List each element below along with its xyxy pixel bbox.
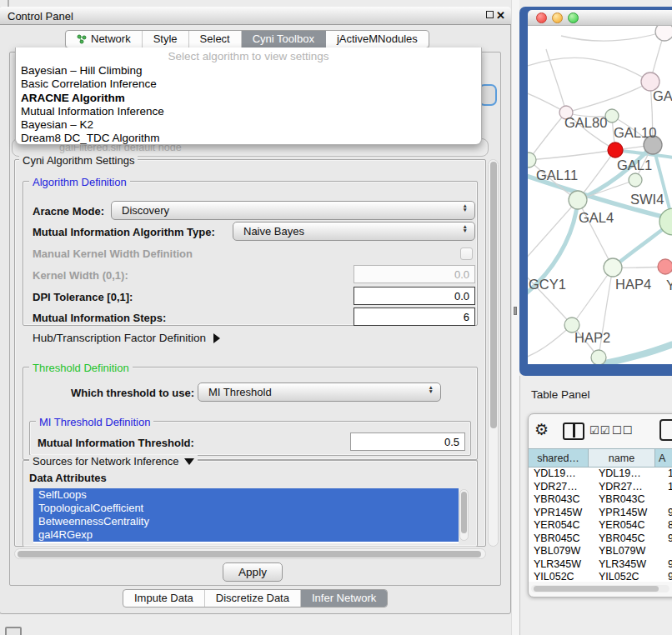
network-canvas[interactable]: GALGAL80GAL10GAL1GAL11SWI4GAL4GCY1HAP4YH… [528, 26, 672, 364]
algorithm-option[interactable]: Dream8 DC_TDC Algorithm [21, 132, 476, 145]
hub-definition-expander[interactable]: Hub/Transcription Factor Definition [33, 332, 220, 344]
kernel-width-label: Kernel Width (0,1): [33, 269, 128, 282]
aracne-mode-combobox[interactable]: Discovery ▲▼ [111, 201, 475, 220]
tab-select-label: Select [200, 31, 230, 48]
algorithm-option[interactable]: Bayesian – K2 [21, 118, 476, 132]
algorithm-option[interactable]: ARACNE Algorithm [21, 92, 476, 105]
node-label: GAL11 [536, 168, 578, 182]
window-close-button[interactable] [536, 12, 547, 23]
algorithm-option[interactable]: Mutual Information Inference [21, 105, 476, 118]
tab-select[interactable]: Select [189, 31, 242, 48]
table-cell: YIL052C [529, 571, 593, 582]
network-node[interactable] [655, 26, 672, 41]
table-cell: YDR27… [593, 481, 664, 494]
table-cell: YDL19… [529, 468, 593, 481]
mi-type-combobox[interactable]: Naive Bayes ▲▼ [233, 222, 475, 241]
data-attribute-option[interactable]: BetweennessCentrality [33, 515, 459, 528]
table-cell: YPR145W [593, 507, 664, 520]
spinner-arrows-icon: ▲▼ [463, 224, 468, 232]
scrollbar-thumb[interactable] [461, 492, 467, 533]
table-row[interactable]: YBR043CYBR043C [529, 493, 672, 507]
network-node[interactable] [569, 191, 587, 209]
network-view-titlebar[interactable] [528, 10, 672, 26]
clear-all-checkboxes-icon[interactable]: ☐☐ [612, 424, 633, 437]
table-cell [664, 493, 668, 507]
node-label: HAP4 [615, 277, 651, 292]
table-row[interactable]: YBR045CYBR045C9. [529, 532, 672, 546]
table-horizontal-scrollbar[interactable] [531, 585, 669, 592]
data-attribute-option[interactable]: TopologicalCoefficient [33, 502, 459, 515]
table-row[interactable]: YBL079WYBL079W [529, 545, 672, 558]
gear-icon[interactable]: ⚙ [534, 421, 549, 439]
table-row[interactable]: YDR27…YDR27…12 [529, 481, 672, 494]
column-header-shared-name[interactable]: shared… [529, 449, 589, 468]
table-function-icon[interactable] [659, 419, 672, 441]
table-row[interactable]: YPR145WYPR145W9. [529, 507, 672, 520]
column-header-name[interactable]: name [589, 449, 655, 468]
control-panel-titlebar[interactable] [0, 7, 511, 25]
settings-vertical-scrollbar[interactable] [488, 159, 499, 547]
float-panel-icon[interactable] [486, 11, 494, 18]
tab-jactivemnodules[interactable]: jActiveMNodules [326, 31, 429, 48]
network-node[interactable] [608, 142, 623, 158]
tab-network-label: Network [91, 31, 131, 48]
scrollbar-thumb[interactable] [18, 551, 481, 558]
sources-title[interactable]: Sources for Network Inference [29, 455, 198, 468]
mi-steps-label: Mutual Information Steps: [33, 312, 166, 324]
table-cell: YIL052C [593, 571, 664, 582]
table-row[interactable]: YER054CYER054C8. [529, 519, 672, 532]
tab-impute-data[interactable]: Impute Data [123, 590, 205, 607]
scrollbar-thumb[interactable] [490, 162, 497, 428]
table-cell: YER054C [593, 519, 664, 532]
window-minimize-button[interactable] [552, 12, 563, 23]
scrollbar-thumb[interactable] [534, 586, 659, 592]
tab-network[interactable]: Network [66, 31, 143, 48]
apply-button[interactable]: Apply [223, 562, 283, 582]
collapsed-panel-icon[interactable] [5, 627, 22, 635]
tab-discretize-data[interactable]: Discretize Data [205, 590, 301, 607]
manual-kernel-label: Manual Kernel Width Definition [33, 248, 193, 260]
tab-style[interactable]: Style [143, 31, 189, 48]
table-cell: 9. [664, 507, 672, 520]
which-threshold-label: Which threshold to use: [71, 387, 194, 399]
network-node[interactable] [591, 350, 606, 364]
algorithm-option[interactable]: Bayesian – Hill Climbing [21, 64, 476, 78]
mi-threshold-field[interactable]: 0.5 [350, 432, 465, 451]
mi-steps-field[interactable]: 6 [354, 308, 475, 326]
table-row[interactable]: YIL052CYIL052C9 [529, 571, 672, 582]
data-attribute-option[interactable]: SelfLoops [33, 488, 459, 502]
table-cell: YDR27… [529, 481, 593, 494]
network-node[interactable] [604, 258, 622, 277]
dpi-tolerance-field[interactable]: 0.0 [354, 287, 475, 305]
data-attributes-label: Data Attributes [29, 472, 107, 484]
tab-infer-network[interactable]: Infer Network [301, 590, 387, 607]
data-attributes-list: SelfLoopsTopologicalCoefficientBetweenne… [33, 488, 459, 543]
columns-icon[interactable] [563, 422, 584, 440]
tab-discretize-data-label: Discretize Data [216, 590, 289, 607]
table-cell: YBR045C [593, 532, 664, 546]
algorithm-option[interactable]: Basic Correlation Inference [21, 78, 476, 91]
panel-splitter[interactable] [511, 0, 519, 635]
network-node[interactable] [605, 109, 619, 122]
settings-horizontal-scrollbar[interactable] [14, 548, 486, 559]
table-row[interactable]: YDL19…YDL19…13 [529, 468, 672, 481]
which-threshold-combobox[interactable]: MI Threshold ▲▼ [198, 382, 441, 402]
select-all-checkboxes-icon[interactable]: ☑☑ [589, 424, 610, 437]
close-panel-icon[interactable]: ✕ [496, 9, 505, 22]
table-row[interactable]: YLR345WYLR345W9. [529, 558, 672, 572]
column-header-partial[interactable]: A [655, 449, 672, 468]
splitter-handle[interactable] [514, 307, 517, 315]
kernel-width-field: 0.0 [354, 265, 475, 283]
network-node[interactable] [629, 173, 642, 187]
dpi-tolerance-value: 0.0 [454, 290, 469, 302]
table-cell: YBL079W [529, 545, 593, 558]
attribute-list-scrollbar[interactable] [459, 489, 469, 541]
network-node[interactable] [658, 259, 672, 274]
data-attribute-option[interactable]: gal4RGexp [33, 528, 459, 542]
table-cell: 9. [664, 532, 672, 546]
window-zoom-button[interactable] [568, 12, 579, 23]
popup-prompt: Select algorithm to view settings [16, 50, 481, 62]
tab-cyni-toolbox[interactable]: Cyni Toolbox [242, 31, 326, 48]
node-label: Y [666, 278, 672, 292]
sources-title-label: Sources for Network Inference [33, 455, 179, 468]
